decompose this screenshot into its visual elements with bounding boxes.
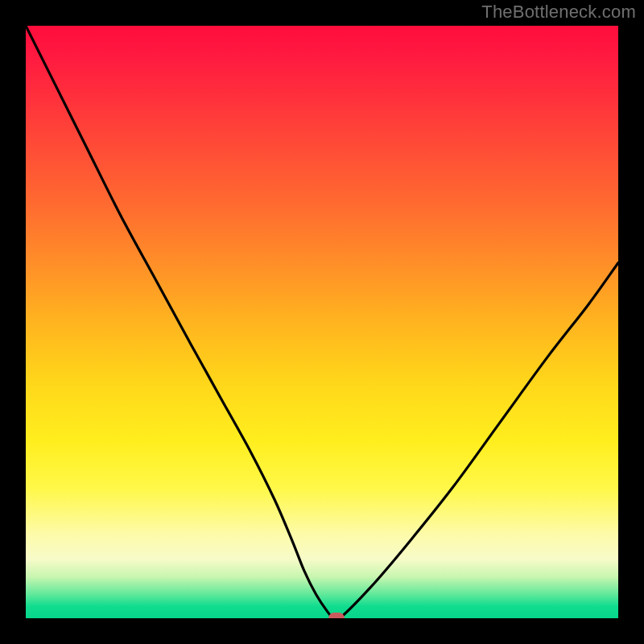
bottleneck-curve (26, 26, 618, 618)
plot-area (26, 26, 618, 618)
optimal-point-marker (328, 613, 345, 618)
chart-canvas: TheBottleneck.com (0, 0, 644, 644)
watermark-text: TheBottleneck.com (481, 2, 636, 23)
